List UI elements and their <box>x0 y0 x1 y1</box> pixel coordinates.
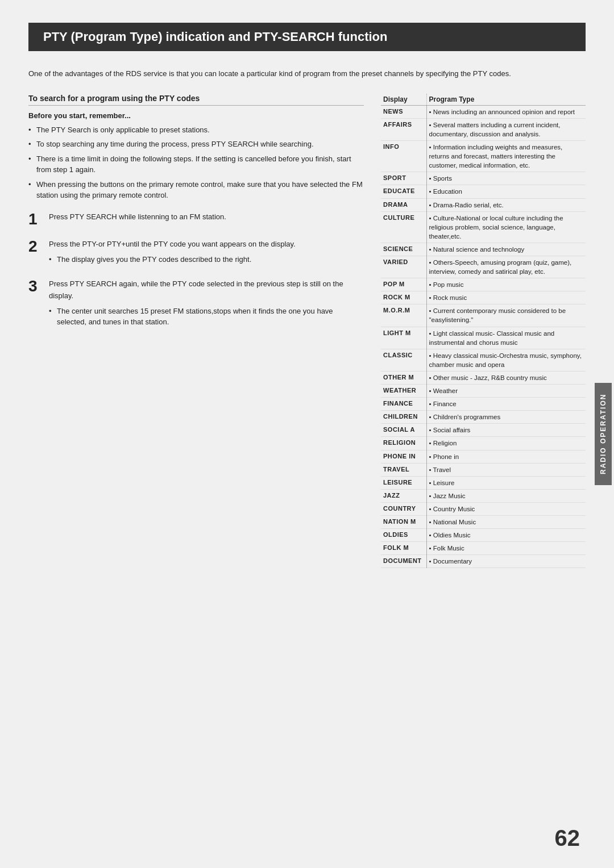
table-row: DOCUMENT• Documentary <box>381 555 586 568</box>
step-3-sub-bullets: The center unit searches 15 preset FM st… <box>49 306 364 328</box>
type-cell: • Others-Speech, amusing program (quiz, … <box>426 256 586 278</box>
type-cell: • Social affairs <box>426 424 586 437</box>
display-cell: JAZZ <box>381 489 426 502</box>
display-cell: SCIENCE <box>381 243 426 256</box>
table-row: RELIGION• Religion <box>381 437 586 450</box>
type-cell: • Current contemporary music considered … <box>426 304 586 327</box>
page: PTY (Program Type) indication and PTY-SE… <box>0 0 614 868</box>
table-row: FINANCE• Finance <box>381 398 586 411</box>
display-cell: OTHER M <box>381 371 426 384</box>
type-cell: • Country Music <box>426 502 586 515</box>
table-row: NEWS• News including an announced opinio… <box>381 105 586 118</box>
page-number: 62 <box>555 825 580 851</box>
table-row: CULTURE• Culture-National or local cultu… <box>381 211 586 243</box>
list-item: There is a time limit in doing the follo… <box>28 153 364 176</box>
table-row: EDUCATE• Education <box>381 185 586 198</box>
display-cell: AFFAIRS <box>381 118 426 140</box>
display-cell: FOLK M <box>381 542 426 555</box>
type-cell: • Leisure <box>426 476 586 489</box>
step-2: 2 Press the PTY-or PTY+until the PTY cod… <box>28 239 364 267</box>
bullet-list: The PTY Search is only applicable to pre… <box>28 124 364 201</box>
radio-sidebar: RADIO OPERATION <box>592 0 614 868</box>
table-row: AFFAIRS• Several matters including a cur… <box>381 118 586 140</box>
table-row: ROCK M• Rock music <box>381 291 586 304</box>
table-row: JAZZ• Jazz Music <box>381 489 586 502</box>
display-cell: NATION M <box>381 515 426 528</box>
display-cell: POP M <box>381 278 426 291</box>
display-cell: LIGHT M <box>381 327 426 349</box>
section-heading: To search for a program using the PTY co… <box>28 94 364 106</box>
type-cell: • Culture-National or local culture incl… <box>426 211 586 243</box>
display-cell: COUNTRY <box>381 502 426 515</box>
table-row: NATION M• National Music <box>381 515 586 528</box>
display-cell: WEATHER <box>381 385 426 398</box>
type-cell: • Drama-Radio serial, etc. <box>426 198 586 211</box>
display-cell: CLASSIC <box>381 349 426 371</box>
table-row: POP M• Pop music <box>381 278 586 291</box>
col-header-display: Display <box>381 94 426 106</box>
col-header-type: Program Type <box>426 94 586 106</box>
table-row: INFO• Information including weights and … <box>381 141 586 172</box>
list-item: The display gives you the PTY codes desc… <box>49 254 296 265</box>
type-cell: • Phone in <box>426 450 586 463</box>
display-cell: CHILDREN <box>381 411 426 424</box>
step-3: 3 Press PTY SEARCH again, while the PTY … <box>28 278 364 330</box>
type-cell: • Education <box>426 185 586 198</box>
type-cell: • Travel <box>426 463 586 476</box>
display-cell: PHONE IN <box>381 450 426 463</box>
table-row: OLDIES• Oldies Music <box>381 529 586 542</box>
type-cell: • Pop music <box>426 278 586 291</box>
type-cell: • National Music <box>426 515 586 528</box>
table-row: DRAMA• Drama-Radio serial, etc. <box>381 198 586 211</box>
table-row: SOCIAL A• Social affairs <box>381 424 586 437</box>
pty-table: Display Program Type NEWS• News includin… <box>381 94 586 569</box>
list-item: The PTY Search is only applicable to pre… <box>28 124 364 136</box>
sub-heading: Before you start, remember... <box>28 111 364 120</box>
table-row: SCIENCE• Natural science and technology <box>381 243 586 256</box>
table-row: M.O.R.M• Current contemporary music cons… <box>381 304 586 327</box>
display-cell: M.O.R.M <box>381 304 426 327</box>
left-column: To search for a program using the PTY co… <box>28 94 364 341</box>
type-cell: • Heavy classical music-Orchestra music,… <box>426 349 586 371</box>
list-item: To stop searching any time during the pr… <box>28 139 364 150</box>
display-cell: TRAVEL <box>381 463 426 476</box>
display-cell: DOCUMENT <box>381 555 426 568</box>
table-row: CHILDREN• Children's programmes <box>381 411 586 424</box>
display-cell: OLDIES <box>381 529 426 542</box>
list-item: The center unit searches 15 preset FM st… <box>49 306 364 328</box>
type-cell: • Other music - Jazz, R&B country music <box>426 371 586 384</box>
type-cell: • Several matters including a current in… <box>426 118 586 140</box>
table-row: COUNTRY• Country Music <box>381 502 586 515</box>
display-cell: LEISURE <box>381 476 426 489</box>
table-row: TRAVEL• Travel <box>381 463 586 476</box>
type-cell: • Folk Music <box>426 542 586 555</box>
table-row: FOLK M• Folk Music <box>381 542 586 555</box>
table-row: CLASSIC• Heavy classical music-Orchestra… <box>381 349 586 371</box>
type-cell: • Jazz Music <box>426 489 586 502</box>
type-cell: • Sports <box>426 172 586 185</box>
step-2-sub-bullets: The display gives you the PTY codes desc… <box>49 254 296 265</box>
display-cell: DRAMA <box>381 198 426 211</box>
step-2-number: 2 <box>28 239 42 254</box>
step-1: 1 Press PTY SEARCH while listenning to a… <box>28 211 364 227</box>
type-cell: • Religion <box>426 437 586 450</box>
sidebar-label: RADIO OPERATION <box>595 383 612 485</box>
table-row: VARIED• Others-Speech, amusing program (… <box>381 256 586 278</box>
intro-paragraph: One of the advantages of the RDS service… <box>28 68 586 80</box>
display-cell: INFO <box>381 141 426 172</box>
display-cell: FINANCE <box>381 398 426 411</box>
table-row: OTHER M• Other music - Jazz, R&B country… <box>381 371 586 384</box>
table-row: LIGHT M• Light classical music- Classica… <box>381 327 586 349</box>
list-item: When pressing the buttons on the primary… <box>28 179 364 201</box>
type-cell: • Information including weights and meas… <box>426 141 586 172</box>
type-cell: • Finance <box>426 398 586 411</box>
step-1-number: 1 <box>28 211 42 227</box>
step-3-text: Press PTY SEARCH again, while the PTY co… <box>49 278 364 330</box>
display-cell: VARIED <box>381 256 426 278</box>
type-cell: • Oldies Music <box>426 529 586 542</box>
step-2-text: Press the PTY-or PTY+until the PTY code … <box>49 239 296 267</box>
type-cell: • Weather <box>426 385 586 398</box>
table-row: WEATHER• Weather <box>381 385 586 398</box>
step-1-text: Press PTY SEARCH while listenning to an … <box>49 211 226 227</box>
page-title: PTY (Program Type) indication and PTY-SE… <box>28 23 586 51</box>
